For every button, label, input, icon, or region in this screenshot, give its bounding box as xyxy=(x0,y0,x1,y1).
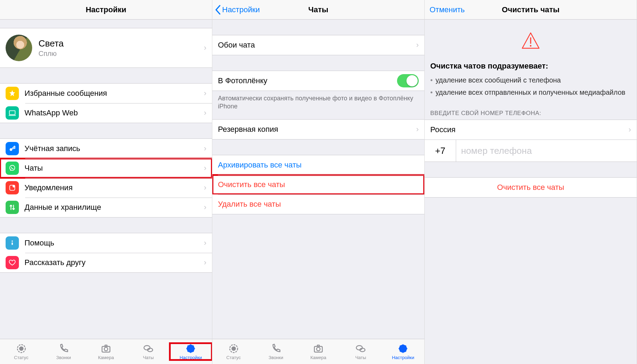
tab-label: Камера xyxy=(98,355,114,360)
chevron-right-icon: › xyxy=(204,258,206,267)
svg-point-1 xyxy=(10,148,12,151)
chevron-right-icon: › xyxy=(204,108,206,117)
tabbar: Статус Звонки Камера Чаты Настройки xyxy=(0,339,212,364)
avatar xyxy=(6,35,32,61)
svg-point-24 xyxy=(530,45,532,47)
cell-label: Избранные сообщения xyxy=(24,89,204,98)
chevron-right-icon: › xyxy=(204,43,206,52)
cell-label: В Фотоплёнку xyxy=(218,76,397,85)
cell-label: Рассказать другу xyxy=(24,258,204,267)
chevron-right-icon: › xyxy=(204,238,206,248)
svg-point-2 xyxy=(10,165,15,171)
tab-label: Статус xyxy=(14,355,28,360)
backup-row[interactable]: Резервная копия › xyxy=(212,120,424,139)
tell-friend-row[interactable]: Рассказать другу › xyxy=(0,253,212,272)
camera-roll-row[interactable]: В Фотоплёнку xyxy=(212,71,424,91)
laptop-icon xyxy=(6,106,19,120)
account-row[interactable]: Учётная запись › xyxy=(0,139,212,158)
tab-settings[interactable]: Настройки xyxy=(382,343,424,360)
svg-point-4 xyxy=(13,185,15,187)
phone-icon xyxy=(58,343,69,354)
star-icon xyxy=(6,87,19,100)
svg-rect-5 xyxy=(12,242,13,245)
action-label: Очистить все чаты xyxy=(497,183,564,192)
cell-label: Обои чата xyxy=(218,41,416,50)
tab-status[interactable]: Статус xyxy=(212,343,255,360)
tab-camera[interactable]: Камера xyxy=(297,343,339,360)
cell-label: Уведомления xyxy=(24,183,204,192)
group-main-settings: Учётная запись › Чаты › Уведомления › xyxy=(0,138,212,217)
svg-point-18 xyxy=(317,347,320,351)
tab-label: Чаты xyxy=(355,355,366,360)
notifications-row[interactable]: Уведомления › xyxy=(0,178,212,198)
chevron-right-icon: › xyxy=(416,41,419,50)
delete-all-button[interactable]: Удалить все чаты xyxy=(212,194,424,214)
settings-scroll[interactable]: Света Сплю › Избранные сообщения › Whats… xyxy=(0,20,212,339)
archive-all-button[interactable]: Архивировать все чаты xyxy=(212,155,424,175)
back-label: Настройки xyxy=(222,5,260,14)
cell-label: Помощь xyxy=(24,238,204,248)
cell-label: Учётная запись xyxy=(24,144,204,153)
whatsapp-web-row[interactable]: WhatsApp Web › xyxy=(0,103,212,123)
svg-point-16 xyxy=(232,347,235,350)
clear-all-confirm-button[interactable]: Очистить все чаты xyxy=(425,178,637,197)
page-title: Настройки xyxy=(86,5,126,14)
status-icon xyxy=(228,343,239,354)
profile-status: Сплю xyxy=(38,50,204,58)
tab-calls[interactable]: Звонки xyxy=(42,343,85,360)
country-row[interactable]: Россия › xyxy=(425,120,637,140)
navbar: Отменить Очистить чаты xyxy=(425,0,637,20)
country-label: Россия xyxy=(430,125,629,134)
action-label: Очистить все чаты xyxy=(218,180,285,189)
clear-chats-screen: Отменить Очистить чаты Очистка чатов под… xyxy=(425,0,637,364)
chats-row[interactable]: Чаты › xyxy=(0,158,212,178)
explain-block: Очистка чатов подразумевает: •удаление в… xyxy=(425,62,637,104)
group-starred-web: Избранные сообщения › WhatsApp Web › xyxy=(0,83,212,123)
tab-label: Настройки xyxy=(179,355,202,360)
phone-input[interactable]: номер телефона xyxy=(456,140,637,162)
starred-messages-row[interactable]: Избранные сообщения › xyxy=(0,84,212,103)
gear-icon xyxy=(398,343,408,354)
chats-scroll[interactable]: Обои чата › В Фотоплёнку Автоматически с… xyxy=(212,20,424,339)
whatsapp-icon xyxy=(6,162,19,175)
tab-chats[interactable]: Чаты xyxy=(340,343,382,360)
chats-settings-screen: Настройки Чаты Обои чата › В Фотоплёнку … xyxy=(212,0,425,364)
cell-label: Данные и хранилище xyxy=(24,203,204,212)
chat-actions-group: Архивировать все чаты Очистить все чаты … xyxy=(212,155,424,214)
cell-label: WhatsApp Web xyxy=(24,108,204,117)
tab-calls[interactable]: Звонки xyxy=(255,343,297,360)
data-storage-row[interactable]: Данные и хранилище › xyxy=(0,198,212,217)
camera-roll-note: Автоматически сохранять полученные фото … xyxy=(212,91,424,111)
tab-label: Камера xyxy=(310,355,326,360)
help-row[interactable]: Помощь › xyxy=(0,233,212,253)
navbar: Настройки Чаты xyxy=(212,0,424,20)
transfer-icon xyxy=(6,201,19,214)
svg-point-10 xyxy=(104,347,108,351)
tab-chats[interactable]: Чаты xyxy=(127,343,170,360)
gear-icon xyxy=(185,343,196,354)
chevron-right-icon: › xyxy=(416,125,419,134)
svg-point-6 xyxy=(12,241,13,242)
tab-settings[interactable]: Настройки xyxy=(170,343,212,360)
wallpaper-row[interactable]: Обои чата › xyxy=(212,35,424,55)
svg-point-8 xyxy=(20,347,23,350)
settings-screen: Настройки Света Сплю › Избранные сообщен… xyxy=(0,0,212,364)
clear-scroll[interactable]: Очистка чатов подразумевает: •удаление в… xyxy=(425,20,637,364)
enter-number-header: ВВЕДИТЕ СВОЙ НОМЕР ТЕЛЕФОНА: xyxy=(425,104,637,120)
clear-all-button[interactable]: Очистить все чаты xyxy=(212,175,424,194)
tab-status[interactable]: Статус xyxy=(0,343,42,360)
notification-icon xyxy=(6,181,19,194)
profile-row[interactable]: Света Сплю › xyxy=(0,28,212,68)
key-icon xyxy=(6,142,19,155)
cancel-button[interactable]: Отменить xyxy=(430,0,465,19)
chevron-right-icon: › xyxy=(204,164,206,173)
page-title: Чаты xyxy=(308,5,328,14)
camera-roll-toggle[interactable] xyxy=(397,74,419,87)
back-button[interactable]: Настройки xyxy=(215,0,260,19)
phone-icon xyxy=(271,343,281,354)
tab-label: Звонки xyxy=(56,355,71,360)
tab-camera[interactable]: Камера xyxy=(85,343,127,360)
chevron-right-icon: › xyxy=(629,125,631,134)
tab-label: Звонки xyxy=(269,355,283,360)
chats-icon xyxy=(355,343,366,354)
